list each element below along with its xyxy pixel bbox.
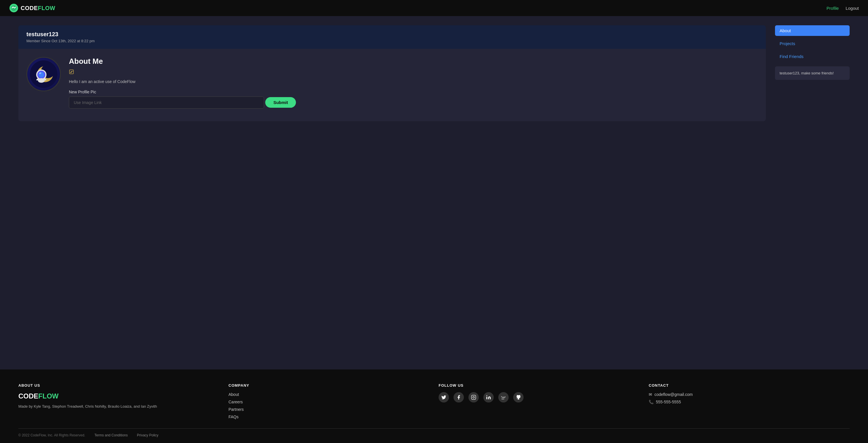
sidebar-item-about[interactable]: About [775, 25, 849, 36]
profile-panel: testuser123 Member Since Oct 13th, 2022 … [19, 25, 766, 121]
footer-brand: CODEFLOW [19, 392, 219, 400]
footer-bottom: © 2022 CodeFlow, Inc. All Rights Reserve… [19, 433, 849, 437]
footer-phone: 📞 555-555-5555 [649, 400, 849, 404]
about-content: About Me Hello I am an active use of Cod… [69, 57, 758, 113]
avatar-container [26, 57, 61, 91]
github-icon[interactable] [513, 392, 524, 403]
footer-about-title: ABOUT US [19, 383, 219, 388]
footer: ABOUT US CODEFLOW Made by Kyle Tang, Ste… [0, 370, 868, 443]
stackoverflow-icon[interactable] [498, 392, 508, 403]
submit-button[interactable]: Submit [265, 97, 296, 108]
nav-logout-link[interactable]: Logout [846, 6, 859, 11]
terms-link[interactable]: Terms and Conditions [94, 433, 128, 437]
footer-contact: CONTACT ✉ codeflow@gmail.com 📞 555-555-5… [649, 383, 849, 419]
main-area: testuser123 Member Since Oct 13th, 2022 … [0, 16, 868, 370]
svg-rect-13 [472, 395, 476, 400]
brand: CODEFLOW [9, 3, 55, 12]
navbar: CODEFLOW Profile Logout [0, 0, 868, 16]
svg-point-15 [487, 395, 487, 396]
copyright-text: © 2022 CodeFlow, Inc. All Rights Reserve… [19, 433, 85, 437]
avatar [26, 57, 61, 91]
profile-header: testuser123 Member Since Oct 13th, 2022 … [19, 25, 766, 49]
footer-about-us: ABOUT US CODEFLOW Made by Kyle Tang, Ste… [19, 383, 219, 419]
footer-follow-us: FOLLOW US [439, 383, 640, 419]
nav-links: Profile Logout [827, 6, 859, 11]
footer-link-partners[interactable]: Partners [228, 407, 429, 412]
footer-email: ✉ codeflow@gmail.com [649, 392, 849, 397]
instagram-icon[interactable] [468, 392, 479, 403]
footer-company-title: COMPANY [228, 383, 429, 388]
footer-contact-title: CONTACT [649, 383, 849, 388]
footer-link-about[interactable]: About [228, 392, 429, 397]
about-title: About Me [69, 57, 758, 66]
footer-company-links: About Careers Partners FAQs [228, 392, 429, 419]
privacy-link[interactable]: Privacy Policy [137, 433, 158, 437]
new-pic-label: New Profile Pic [69, 90, 758, 94]
nav-profile-link[interactable]: Profile [827, 6, 839, 11]
profile-member-since: Member Since Oct 13th, 2022 at 8:22 pm [26, 39, 758, 43]
about-bio: Hello I am an active use of CodeFlow [69, 79, 758, 84]
avatar-image [29, 60, 58, 88]
linkedin-icon[interactable] [484, 392, 494, 403]
profile-body: About Me Hello I am an active use of Cod… [19, 49, 766, 121]
footer-description: Made by Kyle Tang, Stephon Treadwell, Ch… [19, 404, 219, 410]
footer-follow-title: FOLLOW US [439, 383, 640, 388]
svg-point-7 [38, 72, 44, 78]
friend-suggestion: testuser123, make some friends! [775, 66, 849, 80]
footer-link-faqs[interactable]: FAQs [228, 415, 429, 419]
edit-icon[interactable] [69, 69, 758, 77]
social-icons [439, 392, 640, 403]
phone-icon: 📞 [649, 400, 654, 404]
brand-name: CODEFLOW [21, 5, 55, 11]
sidebar-item-projects[interactable]: Projects [775, 38, 849, 49]
sidebar: About Projects Find Friends testuser123,… [775, 25, 849, 80]
sidebar-item-find-friends[interactable]: Find Friends [775, 51, 849, 62]
footer-link-careers[interactable]: Careers [228, 400, 429, 404]
image-link-input[interactable] [69, 96, 264, 109]
footer-company: COMPANY About Careers Partners FAQs [228, 383, 429, 419]
footer-columns: ABOUT US CODEFLOW Made by Kyle Tang, Ste… [19, 383, 849, 419]
profile-username: testuser123 [26, 31, 758, 38]
twitter-icon[interactable] [439, 392, 449, 403]
email-icon: ✉ [649, 392, 652, 397]
facebook-icon[interactable] [454, 392, 464, 403]
brand-logo-icon [9, 3, 19, 12]
